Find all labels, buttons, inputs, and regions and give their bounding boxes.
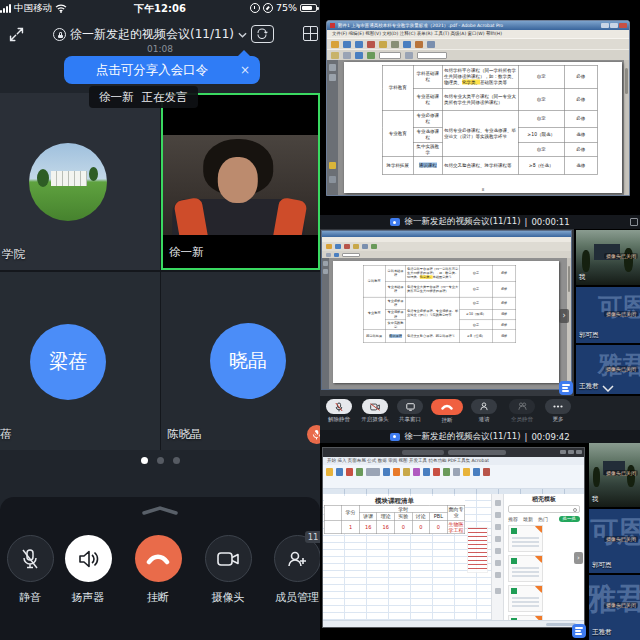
minimize-icon[interactable] bbox=[8, 26, 25, 43]
carousel-next-icon[interactable]: › bbox=[574, 552, 583, 564]
invite-button[interactable]: 邀请 bbox=[466, 399, 502, 423]
share-window-button[interactable]: 共享窗口 bbox=[392, 399, 428, 423]
more-button[interactable]: 更多 bbox=[540, 399, 576, 423]
camera-off-icon bbox=[370, 403, 380, 411]
expand-icon[interactable] bbox=[630, 218, 638, 226]
switch-camera-icon[interactable] bbox=[251, 25, 274, 43]
spreadsheet[interactable]: 模块课程清单 学分 学时 面向专业 讲课 理论 实验 bbox=[323, 494, 491, 620]
shared-screen-panels: 附件1 上海市普通高校本科专业教学质量标准（2021）.pdf - Adobe … bbox=[320, 0, 640, 640]
acrobat-menu-bar[interactable]: 文件(F) 编辑(E) 视图(V) 文档(D) 注释(C) 表单(R) 工具(T… bbox=[327, 30, 629, 38]
mute-button[interactable]: 静音 bbox=[0, 535, 60, 605]
video-cell-chenxiaojing[interactable]: 晓晶 陈晓晶 bbox=[161, 272, 320, 450]
excel-status-bar bbox=[323, 620, 584, 627]
sheet-title: 模块课程清单 bbox=[324, 496, 465, 505]
sheet-handle[interactable] bbox=[141, 506, 179, 515]
mute-all-button[interactable]: 全员静音 bbox=[504, 399, 540, 423]
scrollbar[interactable] bbox=[567, 258, 571, 389]
share-passcode-tooltip[interactable]: 点击可分享入会口令 × bbox=[64, 56, 260, 84]
template-thumbnail[interactable] bbox=[508, 555, 543, 582]
annotation-bubble-icon[interactable] bbox=[572, 624, 586, 638]
participant-name-label: 王雅君 bbox=[579, 382, 599, 391]
participant-tile-wangyajun[interactable]: 雅君 摄像头已关闭 王雅君 bbox=[589, 575, 640, 640]
template-thumbnail[interactable] bbox=[508, 585, 543, 612]
muted-mic-icon bbox=[307, 425, 320, 444]
close-button[interactable] bbox=[619, 23, 627, 28]
participant-name-label: 陈晓晶 bbox=[167, 427, 202, 442]
page-indicator bbox=[0, 457, 320, 464]
battery-icon bbox=[300, 4, 317, 12]
acrobat-toolbar-2[interactable] bbox=[327, 49, 629, 60]
camera-label: 摄像头 bbox=[198, 590, 258, 605]
acrobat-title-bar[interactable]: 附件1 上海市普通高校本科专业教学质量标准（2021）.pdf - Adobe … bbox=[327, 21, 629, 30]
participant-name-label: 学院 bbox=[2, 247, 25, 262]
ribbon-tabs[interactable]: 开始 插入 页面布局 公式 数据 审阅 视图 开发工具 特色功能 PDF工具集 … bbox=[323, 457, 584, 465]
unmute-button[interactable]: 解除静音 bbox=[321, 399, 357, 423]
avatar bbox=[29, 143, 107, 221]
pdf-table-mini: 学科教育 学科基础课程 包括学科平台课程（同一学科所有学生共同修读的课程），如：… bbox=[363, 265, 516, 343]
acrobat-document-area: 学科教育 学科基础课程 包括学科平台课程（同一学科所有学生共同修读的课程），如：… bbox=[322, 258, 571, 389]
acrobat-side-panel[interactable] bbox=[327, 60, 338, 195]
docer-tab-hot[interactable]: 热门 bbox=[538, 516, 548, 522]
avatar: 梁蓓 bbox=[30, 324, 106, 400]
meeting-title[interactable]: 徐一新发起的视频会议(11/11) bbox=[40, 26, 260, 43]
hangup-button[interactable]: 挂断 bbox=[128, 535, 188, 605]
layout-grid-icon[interactable] bbox=[303, 26, 318, 41]
scrollbar[interactable] bbox=[624, 60, 629, 195]
speaker-name: 徐一新 bbox=[99, 90, 134, 105]
speaker-label: 扬声器 bbox=[58, 590, 118, 605]
phone-meeting-app: 中国移动 下午12:06 75% 徐一新发起的视频会议(11/11) bbox=[0, 0, 320, 640]
camera-icon bbox=[217, 551, 239, 567]
acrobat-side-panel bbox=[322, 258, 329, 389]
meeting-title-label: 徐一新发起的视频会议(11/11) bbox=[70, 26, 234, 43]
hangup-button[interactable]: 挂断 bbox=[429, 399, 465, 424]
person-icon bbox=[480, 402, 488, 411]
participant-name-label: 蓓 bbox=[0, 427, 12, 442]
speaker-status: 正在发言 bbox=[142, 90, 188, 105]
panel-meeting-excel: 徐一新发起的视频会议(11/11) | 00:09:42 开始 插入 页面布局 … bbox=[320, 430, 640, 640]
start-camera-button[interactable]: 开启摄像头 bbox=[357, 399, 393, 423]
hangup-icon bbox=[146, 553, 170, 565]
window-controls[interactable] bbox=[560, 450, 582, 454]
avatar-initials: 雅君 bbox=[589, 579, 640, 620]
chevron-down-icon bbox=[238, 32, 247, 38]
strip-collapse-chevron-icon[interactable] bbox=[602, 385, 614, 392]
acrobat-window: 附件1 上海市普通高校本科专业教学质量标准（2021）.pdf - Adobe … bbox=[326, 20, 630, 196]
participant-tile-me[interactable]: 摄像头已关闭 我 bbox=[589, 443, 640, 507]
participant-name-label: 王雅君 bbox=[592, 628, 612, 637]
video-cell-speaker[interactable]: 徐一新 bbox=[161, 93, 320, 270]
template-search-input[interactable] bbox=[508, 505, 580, 513]
video-cell-liangbei[interactable]: 梁蓓 蓓 bbox=[0, 272, 160, 450]
meeting-app-icon bbox=[390, 433, 400, 441]
tooltip-close-icon[interactable]: × bbox=[240, 63, 260, 77]
docer-refresh-button[interactable]: 换一换 bbox=[559, 516, 581, 522]
speaker-button[interactable]: 扬声器 bbox=[58, 535, 118, 605]
window-controls[interactable] bbox=[601, 23, 627, 28]
members-button[interactable]: 11 成员管理 bbox=[267, 535, 320, 605]
camera-off-label: 摄像头已关闭 bbox=[604, 470, 638, 476]
annotation-bubble-icon[interactable] bbox=[559, 381, 573, 395]
wps-side-tab-bar[interactable] bbox=[491, 494, 503, 620]
docer-tab-newest[interactable]: 最新 bbox=[523, 516, 533, 522]
tooltip-text: 点击可分享入会口令 bbox=[64, 62, 240, 79]
ribbon[interactable] bbox=[323, 465, 584, 489]
next-page-arrow[interactable]: › bbox=[559, 309, 569, 323]
acrobat-toolbar-2 bbox=[322, 251, 571, 258]
participant-tile-guokeen[interactable]: 可恩 摄像头已关闭 郭可恩 bbox=[576, 287, 640, 343]
acrobat-document-area: 学科教育 学科基础课程 包括学科平台课程（同一学科所有学生共同修读的课程），如：… bbox=[327, 60, 629, 195]
camera-button[interactable]: 摄像头 bbox=[198, 535, 258, 605]
video-cell-college[interactable]: 学院 bbox=[0, 93, 160, 270]
pouch-icon[interactable] bbox=[329, 162, 336, 169]
search-icon bbox=[573, 508, 577, 512]
pdf-app-icon bbox=[330, 23, 335, 28]
camera-off-label: 摄像头已关闭 bbox=[604, 536, 638, 542]
participant-tile-guokeen[interactable]: 可恩 摄像头已关闭 郭可恩 bbox=[589, 509, 640, 573]
excel-title-bar[interactable] bbox=[323, 448, 584, 457]
participant-name-label: 徐一新 bbox=[169, 245, 204, 260]
speaker-video bbox=[163, 135, 318, 235]
docer-tab-recommend[interactable]: 推荐 bbox=[508, 516, 518, 522]
template-thumbnail[interactable] bbox=[508, 525, 543, 552]
excel-window: 开始 插入 页面布局 公式 数据 审阅 视图 开发工具 特色功能 PDF工具集 … bbox=[322, 447, 585, 628]
participant-tile-me[interactable]: 摄像头已关闭 我 bbox=[576, 230, 640, 285]
acrobat-toolbar[interactable] bbox=[327, 38, 629, 49]
header-timer: 00:00:11 bbox=[531, 217, 569, 227]
